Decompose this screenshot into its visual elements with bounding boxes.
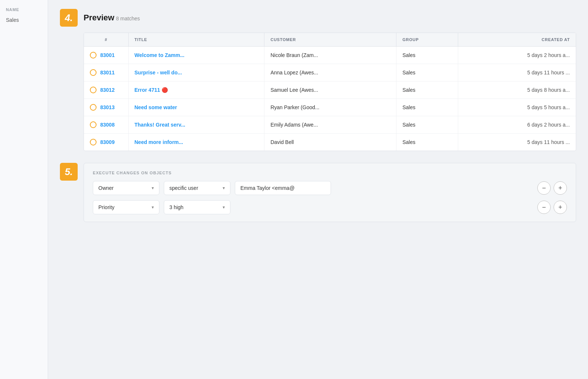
cell-num: 83008 bbox=[84, 116, 128, 134]
remove-row2-button[interactable]: − bbox=[537, 201, 551, 214]
cell-num: 83001 bbox=[84, 47, 128, 64]
ticket-number[interactable]: 83001 bbox=[100, 52, 115, 58]
cell-customer: Nicole Braun (Zam... bbox=[264, 47, 396, 64]
cell-num: 83012 bbox=[84, 81, 128, 99]
sidebar-name-label: NAME bbox=[0, 7, 48, 14]
cell-customer: Samuel Lee (Awes... bbox=[264, 81, 396, 99]
execute-label: EXECUTE CHANGES ON OBJECTS bbox=[93, 171, 567, 175]
cell-created-at: 5 days 2 hours a... bbox=[458, 47, 576, 64]
user-value-input[interactable]: Emma Taylor <emma@ bbox=[235, 181, 331, 195]
owner-label: Owner bbox=[98, 185, 114, 191]
cell-group: Sales bbox=[396, 134, 458, 151]
open-circle-icon bbox=[90, 104, 97, 111]
cell-created-at: 6 days 2 hours a... bbox=[458, 116, 576, 134]
table-row: 83012 Error 4711 🔴 Samuel Lee (Awes... S… bbox=[84, 81, 576, 99]
table-body: 83001 Welcome to Zamm... Nicole Braun (Z… bbox=[84, 47, 576, 151]
cell-title: Need more inform... bbox=[128, 134, 264, 151]
cell-group: Sales bbox=[396, 116, 458, 134]
step-4-badge: 4. bbox=[60, 9, 78, 27]
specific-user-select[interactable]: specific user ▾ bbox=[164, 181, 230, 195]
table-row: 83011 Surprise - well do... Anna Lopez (… bbox=[84, 64, 576, 81]
table-row: 83008 Thanks! Great serv... Emily Adams … bbox=[84, 116, 576, 134]
specific-user-label: specific user bbox=[169, 185, 198, 191]
owner-chevron: ▾ bbox=[152, 185, 154, 191]
action-row-1: Owner ▾ specific user ▾ Emma Taylor <emm… bbox=[93, 181, 567, 195]
col-header-group: GROUP bbox=[396, 33, 458, 47]
sidebar-item-sales[interactable]: Sales bbox=[0, 14, 48, 26]
ticket-number[interactable]: 83009 bbox=[100, 139, 115, 145]
execute-panel: EXECUTE CHANGES ON OBJECTS Owner ▾ speci… bbox=[84, 163, 576, 222]
row1-actions: − + bbox=[537, 181, 567, 195]
col-header-num: # bbox=[84, 33, 128, 47]
ticket-number[interactable]: 83012 bbox=[100, 87, 115, 93]
execute-section: 5. EXECUTE CHANGES ON OBJECTS Owner ▾ sp… bbox=[60, 163, 576, 222]
add-row1-button[interactable]: + bbox=[554, 181, 567, 195]
col-header-title: TITLE bbox=[128, 33, 264, 47]
ticket-number[interactable]: 83013 bbox=[100, 104, 115, 110]
preview-section-header: 4. Preview 8 matches bbox=[60, 9, 576, 27]
cell-title: Error 4711 🔴 bbox=[128, 81, 264, 99]
col-header-customer: CUSTOMER bbox=[264, 33, 396, 47]
table-row: 83013 Need some water Ryan Parker (Good.… bbox=[84, 99, 576, 116]
col-header-created-at: CREATED AT bbox=[458, 33, 576, 47]
main-content: 4. Preview 8 matches # TITLE CUSTOMER GR… bbox=[48, 0, 588, 231]
specific-user-chevron: ▾ bbox=[223, 185, 225, 191]
cell-title: Need some water bbox=[128, 99, 264, 116]
high-label: 3 high bbox=[169, 204, 183, 210]
table-row: 83001 Welcome to Zamm... Nicole Braun (Z… bbox=[84, 47, 576, 64]
cell-created-at: 5 days 11 hours ... bbox=[458, 134, 576, 151]
open-circle-icon bbox=[90, 52, 97, 58]
priority-label: Priority bbox=[98, 204, 115, 210]
ticket-title[interactable]: Thanks! Great serv... bbox=[135, 122, 185, 128]
cell-group: Sales bbox=[396, 99, 458, 116]
user-value-text: Emma Taylor <emma@ bbox=[240, 185, 295, 191]
cell-num: 83011 bbox=[84, 64, 128, 81]
cell-customer: Ryan Parker (Good... bbox=[264, 99, 396, 116]
table-row: 83009 Need more inform... David Bell Sal… bbox=[84, 134, 576, 151]
high-select[interactable]: 3 high ▾ bbox=[164, 200, 230, 214]
priority-chevron: ▾ bbox=[152, 205, 154, 210]
priority-select[interactable]: Priority ▾ bbox=[93, 200, 159, 214]
open-circle-icon bbox=[90, 139, 97, 145]
cell-customer: Anna Lopez (Awes... bbox=[264, 64, 396, 81]
open-circle-icon bbox=[90, 87, 97, 93]
step-5-badge: 5. bbox=[60, 163, 78, 181]
open-circle-icon bbox=[90, 69, 97, 76]
sidebar: NAME Sales bbox=[0, 0, 48, 379]
cell-created-at: 5 days 8 hours a... bbox=[458, 81, 576, 99]
cell-customer: David Bell bbox=[264, 134, 396, 151]
preview-title: Preview bbox=[84, 13, 114, 22]
cell-created-at: 5 days 5 hours a... bbox=[458, 99, 576, 116]
cell-created-at: 5 days 11 hours ... bbox=[458, 64, 576, 81]
preview-heading: Preview 8 matches bbox=[84, 13, 140, 23]
owner-select[interactable]: Owner ▾ bbox=[93, 181, 159, 195]
cell-num: 83013 bbox=[84, 99, 128, 116]
ticket-title[interactable]: Need some water bbox=[135, 104, 177, 110]
ticket-title[interactable]: Surprise - well do... bbox=[135, 70, 182, 76]
cell-num: 83009 bbox=[84, 134, 128, 151]
remove-row1-button[interactable]: − bbox=[537, 181, 551, 195]
cell-group: Sales bbox=[396, 47, 458, 64]
action-row-2: Priority ▾ 3 high ▾ − + bbox=[93, 200, 567, 214]
ticket-number[interactable]: 83008 bbox=[100, 122, 115, 128]
cell-title: Thanks! Great serv... bbox=[128, 116, 264, 134]
cell-title: Surprise - well do... bbox=[128, 64, 264, 81]
cell-group: Sales bbox=[396, 64, 458, 81]
preview-matches: 8 matches bbox=[116, 16, 140, 21]
row2-actions: − + bbox=[537, 201, 567, 214]
ticket-number[interactable]: 83011 bbox=[100, 70, 115, 76]
preview-table-container: # TITLE CUSTOMER GROUP CREATED AT 83001 … bbox=[84, 33, 576, 151]
cell-customer: Emily Adams (Awe... bbox=[264, 116, 396, 134]
ticket-title[interactable]: Need more inform... bbox=[135, 139, 183, 145]
table-header-row: # TITLE CUSTOMER GROUP CREATED AT bbox=[84, 33, 576, 47]
cell-group: Sales bbox=[396, 81, 458, 99]
cell-title: Welcome to Zamm... bbox=[128, 47, 264, 64]
preview-table: # TITLE CUSTOMER GROUP CREATED AT 83001 … bbox=[84, 33, 576, 151]
open-circle-icon bbox=[90, 121, 97, 128]
ticket-title[interactable]: Welcome to Zamm... bbox=[135, 52, 185, 58]
high-chevron: ▾ bbox=[223, 205, 225, 210]
ticket-title[interactable]: Error 4711 🔴 bbox=[135, 87, 168, 93]
add-row2-button[interactable]: + bbox=[554, 201, 567, 214]
